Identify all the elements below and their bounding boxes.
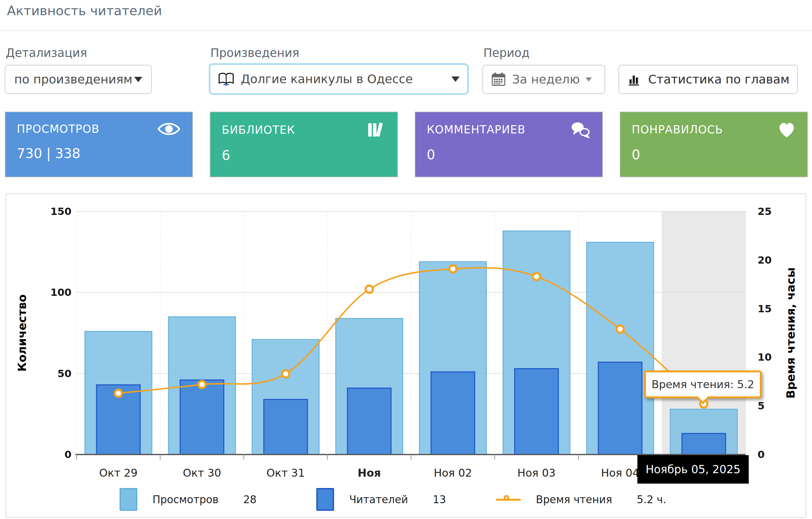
- chapter-stats-button[interactable]: Статистика по главам: [618, 65, 798, 94]
- line-marker-icon: [496, 488, 521, 511]
- x-axis-label: Окт 30: [183, 466, 221, 479]
- comments-card-label: КОММЕНТАРИЕВ: [427, 123, 525, 136]
- date-tooltip-text: Ноябрь 05, 2025: [646, 463, 741, 476]
- chevron-down-icon: [585, 78, 592, 82]
- open-book-icon: [218, 72, 234, 86]
- date-tooltip: Ноябрь 05, 2025: [637, 455, 749, 484]
- detail-filter-label: Детализация: [6, 46, 87, 60]
- chapter-stats-label: Статистика по главам: [648, 72, 789, 86]
- calendar-icon: [491, 72, 506, 87]
- views-card: ПРОСМОТРОВ 730 | 338: [5, 112, 193, 177]
- legend-time-value: 5.2 ч.: [637, 493, 666, 506]
- likes-card-label: ПОНРАВИЛОСЬ: [632, 123, 723, 136]
- legend-time-label: Время чтения: [536, 493, 612, 506]
- period-filter-label: Период: [483, 46, 529, 60]
- heart-icon: [778, 121, 796, 138]
- header-divider: [0, 30, 812, 31]
- bar-chart-icon: [628, 73, 642, 86]
- comments-card: КОММЕНТАРИЕВ 0: [415, 112, 603, 177]
- legend-item-readers[interactable]: Читателей 13: [316, 487, 446, 511]
- readers-swatch: [316, 488, 334, 511]
- libraries-card-label: БИБЛИОТЕК: [222, 124, 295, 136]
- legend-views-label: Просмотров: [152, 493, 219, 506]
- left-axis-tick-label: 50: [57, 368, 71, 379]
- eye-icon: [157, 121, 181, 137]
- legend-views-value: 28: [243, 493, 257, 506]
- work-filter-label: Произведения: [210, 46, 299, 60]
- reader-activity-chart-panel: Окт 29Окт 30Окт 31НояНоя 02Ноя 03Ноя 040…: [6, 193, 806, 518]
- right-axis-tick-label: 10: [758, 351, 772, 363]
- libraries-card-value: 6: [222, 148, 386, 163]
- detail-select[interactable]: по произведениям: [5, 65, 152, 94]
- comments-icon: [570, 121, 591, 138]
- right-axis-title: Время чтения, часы: [784, 267, 797, 399]
- right-axis-tick-label: 5: [758, 400, 764, 412]
- right-axis-tick-label: 15: [758, 303, 772, 315]
- legend-item-reading-time[interactable]: Время чтения 5.2 ч.: [496, 487, 666, 511]
- legend-readers-value: 13: [433, 493, 446, 506]
- detail-select-value: по произведениям: [14, 72, 133, 86]
- views-card-label: ПРОСМОТРОВ: [17, 123, 99, 135]
- work-select-value: Долгие каникулы в Одессе: [241, 72, 413, 86]
- legend-readers-label: Читателей: [349, 493, 408, 506]
- period-select[interactable]: За неделю: [483, 65, 605, 94]
- views-card-value: 730 | 338: [17, 146, 181, 161]
- left-axis-tick-label: 150: [50, 206, 71, 217]
- x-axis-label: Ноя 04: [601, 466, 639, 479]
- period-select-value: За неделю: [512, 72, 580, 86]
- work-select[interactable]: Долгие каникулы в Одессе: [209, 63, 469, 95]
- likes-card-value: 0: [632, 147, 796, 162]
- reading-time-tooltip-text: Время чтения: 5.2: [651, 378, 754, 391]
- left-axis-tick-label: 100: [50, 286, 71, 298]
- x-axis-label: Ноя 02: [434, 466, 472, 479]
- likes-card: ПОНРАВИЛОСЬ 0: [620, 112, 808, 177]
- x-axis-label: Окт 29: [99, 466, 138, 479]
- page-title: Активность читателей: [7, 3, 162, 18]
- legend-item-views[interactable]: Просмотров 28: [120, 487, 257, 511]
- views-swatch: [120, 488, 137, 511]
- x-axis-label: Окт 31: [266, 466, 304, 479]
- reader-activity-page: Активность читателей Детализация Произве…: [0, 0, 812, 519]
- chevron-down-icon: [452, 77, 460, 82]
- right-axis-tick-label: 20: [758, 254, 772, 266]
- libraries-card: БИБЛИОТЕК 6: [210, 112, 398, 177]
- books-icon: [366, 121, 386, 139]
- reading-time-tooltip: Время чтения: 5.2: [644, 370, 762, 398]
- comments-card-value: 0: [427, 147, 591, 162]
- left-axis-tick-label: 0: [64, 449, 71, 460]
- right-axis-tick-label: 25: [758, 206, 772, 217]
- chevron-down-icon: [134, 77, 142, 82]
- right-axis-tick-label: 0: [758, 449, 764, 460]
- x-axis-label: Ноя 03: [518, 466, 556, 479]
- x-axis-label: Ноя: [357, 466, 381, 479]
- left-axis-title: Количество: [16, 294, 28, 372]
